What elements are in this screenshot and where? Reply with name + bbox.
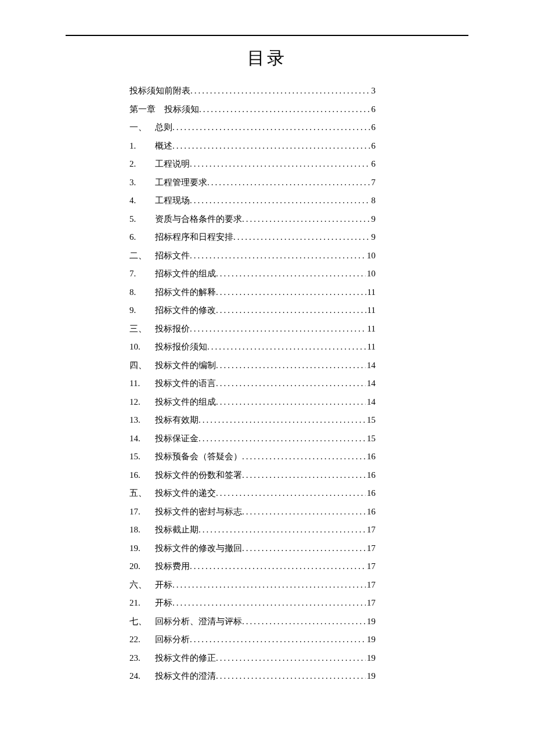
toc-entry-label: 投标报价 xyxy=(155,325,190,333)
toc-entry-page: 17 xyxy=(366,599,376,607)
toc-leader-dots xyxy=(216,269,366,278)
toc-entry: 15.投标预备会（答疑会）16 xyxy=(129,452,376,461)
toc-entry-number: 7. xyxy=(129,269,155,278)
toc-entry: 22.回标分析19 xyxy=(129,635,376,644)
toc-entry-label: 概述 xyxy=(155,142,172,150)
toc-entry-page: 17 xyxy=(366,562,376,571)
toc-leader-dots xyxy=(242,507,366,516)
toc-entry: 23.投标文件的修正19 xyxy=(129,654,376,663)
toc-entry: 20.投标费用17 xyxy=(129,562,376,571)
toc-leader-dots xyxy=(216,379,366,388)
toc-entry-number: 9. xyxy=(129,306,155,315)
toc-leader-dots xyxy=(216,398,366,406)
toc-entry: 16.投标文件的份数和签署16 xyxy=(129,471,376,480)
toc-entry-number: 11. xyxy=(129,379,155,388)
toc-leader-dots xyxy=(216,361,366,370)
toc-entry-number: 3. xyxy=(129,178,155,187)
toc-entry-page: 19 xyxy=(366,617,376,626)
toc-leader-dots xyxy=(216,654,366,663)
toc-entry-label: 工程管理要求 xyxy=(155,178,207,187)
toc-entry-number: 4. xyxy=(129,196,155,205)
toc-entry-label: 招标文件的解释 xyxy=(155,288,216,297)
toc-entry: 21.开标17 xyxy=(129,599,376,607)
toc-entry-number: 8. xyxy=(129,288,155,297)
toc-entry-page: 16 xyxy=(366,471,376,480)
toc-entry: 6.招标程序和日程安排9 xyxy=(129,233,376,242)
toc-entry: 3.工程管理要求7 xyxy=(129,178,376,187)
toc-entry-label: 招标文件 xyxy=(155,251,190,260)
toc-entry-number: 5. xyxy=(129,215,155,224)
toc-entry-label: 投标保证金 xyxy=(155,434,199,443)
toc-entry-label: 投标报价须知 xyxy=(155,343,207,351)
toc-entry: 18.投标截止期17 xyxy=(129,525,376,534)
toc-entry: 24.投标文件的澄清19 xyxy=(129,672,376,681)
toc-entry-page: 14 xyxy=(366,379,376,388)
toc-entry-label: 回标分析、澄清与评标 xyxy=(155,617,242,626)
toc-entry-number: 15. xyxy=(129,452,155,461)
toc-leader-dots xyxy=(190,87,370,95)
toc-leader-dots xyxy=(199,434,366,443)
toc-entry-label: 投标文件的密封与标志 xyxy=(155,507,242,516)
toc-entry-page: 6 xyxy=(370,123,376,132)
toc-entry-label: 第一章 投标须知 xyxy=(129,105,199,114)
toc-leader-dots xyxy=(190,562,366,571)
top-horizontal-rule xyxy=(66,35,468,36)
toc-entry-label: 招标程序和日程安排 xyxy=(155,233,233,242)
toc-leader-dots xyxy=(199,416,366,424)
toc-leader-dots xyxy=(190,196,370,205)
toc-entry-label: 投标文件的编制 xyxy=(155,361,216,370)
toc-entry-label: 投标文件的份数和签署 xyxy=(155,471,242,480)
toc-leader-dots xyxy=(242,215,370,224)
toc-entry: 19.投标文件的修改与撤回17 xyxy=(129,544,376,553)
toc-leader-dots xyxy=(207,343,366,351)
toc-entry-page: 16 xyxy=(366,507,376,516)
toc-entry: 12.投标文件的组成14 xyxy=(129,398,376,406)
toc-entry-page: 15 xyxy=(366,434,376,443)
toc-title: 目录 xyxy=(66,46,468,70)
toc-leader-dots xyxy=(207,178,370,187)
toc-entry-label: 投标文件的语言 xyxy=(155,379,216,388)
toc-entry-page: 11 xyxy=(366,288,376,297)
toc-leader-dots xyxy=(216,306,366,315)
toc-entry-label: 开标 xyxy=(155,581,172,589)
toc-entry-label: 招标文件的修改 xyxy=(155,306,216,315)
toc-leader-dots xyxy=(172,581,366,589)
toc-entry: 4.工程现场8 xyxy=(129,196,376,205)
toc-entry-label: 投标截止期 xyxy=(155,525,199,534)
toc-entry-page: 17 xyxy=(366,525,376,534)
toc-entry-page: 10 xyxy=(366,251,376,260)
toc-entry-page: 17 xyxy=(366,581,376,589)
toc-leader-dots xyxy=(216,672,366,681)
toc-leader-dots xyxy=(190,635,366,644)
toc-leader-dots xyxy=(190,160,370,168)
toc-entry-number: 22. xyxy=(129,635,155,644)
toc-entry-page: 6 xyxy=(370,160,376,168)
toc-entry-page: 3 xyxy=(370,87,376,95)
toc-entry-label: 招标文件的组成 xyxy=(155,269,216,278)
toc-entry-number: 14. xyxy=(129,434,155,443)
toc-entry-number: 17. xyxy=(129,507,155,516)
toc-entry: 六、开标17 xyxy=(129,581,376,589)
toc-entry-number: 六、 xyxy=(129,581,155,589)
toc-entry-page: 19 xyxy=(366,654,376,663)
toc-entry-label: 投标有效期 xyxy=(155,416,199,424)
toc-entry-label: 投标预备会（答疑会） xyxy=(155,452,242,461)
toc-entry-page: 7 xyxy=(370,178,376,187)
toc-entry: 一、总则6 xyxy=(129,123,376,132)
toc-leader-dots xyxy=(199,525,366,534)
toc-entry-label: 投标须知前附表 xyxy=(129,87,190,95)
toc-entry-label: 投标文件的修正 xyxy=(155,654,216,663)
toc-entry-page: 11 xyxy=(366,343,376,351)
toc-entry: 7.招标文件的组成10 xyxy=(129,269,376,278)
toc-entry: 1.概述6 xyxy=(129,142,376,150)
toc-entry-number: 一、 xyxy=(129,123,155,132)
toc-entry: 17.投标文件的密封与标志16 xyxy=(129,507,376,516)
toc-entry-label: 工程现场 xyxy=(155,196,190,205)
toc-entry-number: 13. xyxy=(129,416,155,424)
toc-leader-dots xyxy=(172,123,370,132)
toc-entry-number: 五、 xyxy=(129,489,155,498)
toc-entry-number: 七、 xyxy=(129,617,155,626)
toc-entry: 七、回标分析、澄清与评标19 xyxy=(129,617,376,626)
toc-leader-dots xyxy=(216,288,366,297)
toc-entry-number: 12. xyxy=(129,398,155,406)
